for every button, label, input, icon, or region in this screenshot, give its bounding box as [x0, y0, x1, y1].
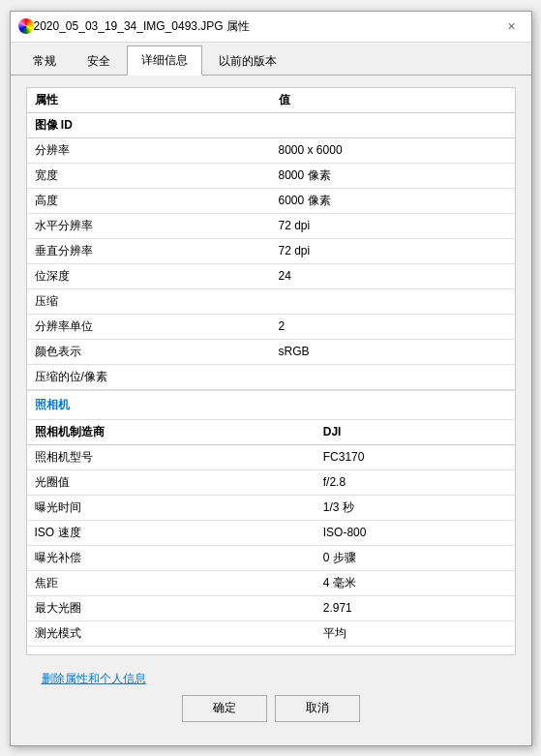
table-row: 压缩 [27, 288, 515, 314]
table-row: 图像 ID [27, 112, 515, 137]
value-cell: 4 毫米 [316, 570, 515, 595]
property-cell: 照相机型号 [27, 444, 316, 469]
value-cell: DJI [316, 420, 515, 445]
table-row: 高度6000 像素 [27, 188, 515, 213]
value-cell: 平均 [316, 620, 515, 646]
footer: 删除属性和个人信息 确定 取消 [26, 655, 516, 734]
value-cell [271, 288, 515, 314]
property-cell: 图像 ID [27, 112, 271, 137]
properties-table: 属性 值 图像 ID分辨率8000 x 6000宽度8000 像素高度6000 … [27, 88, 515, 390]
property-cell: 焦距 [27, 570, 316, 595]
property-cell: 最大光圈 [27, 595, 316, 620]
value-cell: 8000 像素 [271, 163, 515, 188]
value-cell: f/2.8 [316, 469, 515, 495]
table-row: 曝光时间1/3 秒 [27, 495, 515, 520]
tab-previous[interactable]: 以前的版本 [204, 46, 291, 76]
property-cell: 垂直分辨率 [27, 238, 271, 263]
property-cell: 曝光时间 [27, 495, 316, 520]
property-cell: 高度 [27, 188, 271, 213]
delete-link[interactable]: 删除属性和个人信息 [42, 671, 500, 687]
table-row: 照相机制造商DJI [27, 420, 515, 445]
property-cell: 宽度 [27, 163, 271, 188]
table-row: 颜色表示sRGB [27, 339, 515, 364]
tab-security[interactable]: 安全 [73, 46, 125, 76]
ok-button[interactable]: 确定 [182, 695, 267, 722]
property-cell: 分辨率 [27, 137, 271, 163]
value-cell: 2 [271, 314, 515, 339]
table-row: 测光模式平均 [27, 620, 515, 646]
value-cell: sRGB [271, 339, 515, 364]
properties-window: 2020_05_03_19_34_IMG_0493.JPG 属性 × 常规 安全… [10, 11, 532, 746]
col-header-value: 值 [271, 88, 515, 113]
table-row: 分辨率8000 x 6000 [27, 137, 515, 163]
col-header-property: 属性 [27, 88, 271, 113]
value-cell: 24 [271, 263, 515, 288]
table-row: 水平分辨率72 dpi [27, 213, 515, 238]
property-cell: 位深度 [27, 263, 271, 288]
title-bar: 2020_05_03_19_34_IMG_0493.JPG 属性 × [11, 12, 531, 43]
value-cell: 0 步骤 [316, 545, 515, 570]
tabs-bar: 常规 安全 详细信息 以前的版本 [11, 43, 531, 76]
value-cell: 72 dpi [271, 238, 515, 263]
section-table: 照相机制造商DJI照相机型号FC3170光圈值f/2.8曝光时间1/3 秒ISO… [27, 420, 515, 647]
value-cell [271, 112, 515, 137]
value-cell: 2.971 [316, 595, 515, 620]
table-row: 位深度24 [27, 263, 515, 288]
property-cell: 光圈值 [27, 469, 316, 495]
tab-details[interactable]: 详细信息 [127, 45, 202, 76]
footer-buttons: 确定 取消 [42, 695, 500, 722]
main-tbody: 图像 ID分辨率8000 x 6000宽度8000 像素高度6000 像素水平分… [27, 112, 515, 389]
value-cell: ISO-800 [316, 520, 515, 545]
value-cell: 8000 x 6000 [271, 137, 515, 163]
property-cell: 水平分辨率 [27, 213, 271, 238]
property-cell: 压缩 [27, 288, 271, 314]
property-cell: 曝光补偿 [27, 545, 316, 570]
value-cell [271, 364, 515, 389]
value-cell: 1/3 秒 [316, 495, 515, 520]
properties-table-container: 属性 值 图像 ID分辨率8000 x 6000宽度8000 像素高度6000 … [26, 87, 516, 655]
table-row: 最大光圈2.971 [27, 595, 515, 620]
property-cell: 颜色表示 [27, 339, 271, 364]
section-tbody: 照相机制造商DJI照相机型号FC3170光圈值f/2.8曝光时间1/3 秒ISO… [27, 420, 515, 647]
value-cell: 6000 像素 [271, 188, 515, 213]
property-cell: ISO 速度 [27, 520, 316, 545]
window-icon [18, 18, 34, 34]
property-cell: 照相机制造商 [27, 420, 316, 445]
value-cell: FC3170 [316, 444, 515, 469]
table-row: 曝光补偿0 步骤 [27, 545, 515, 570]
properties-table-scroll[interactable]: 属性 值 图像 ID分辨率8000 x 6000宽度8000 像素高度6000 … [27, 88, 515, 654]
table-row: 宽度8000 像素 [27, 163, 515, 188]
close-button[interactable]: × [500, 15, 524, 38]
section-header-camera: 照相机 [27, 390, 515, 420]
value-cell: 72 dpi [271, 213, 515, 238]
table-row: ISO 速度ISO-800 [27, 520, 515, 545]
table-header-row: 属性 值 [27, 88, 515, 113]
property-cell: 分辨率单位 [27, 314, 271, 339]
table-row: 焦距4 毫米 [27, 570, 515, 595]
table-row: 垂直分辨率72 dpi [27, 238, 515, 263]
table-row: 压缩的位/像素 [27, 364, 515, 389]
cancel-button[interactable]: 取消 [275, 695, 360, 722]
tab-general[interactable]: 常规 [18, 46, 71, 76]
content-area: 属性 值 图像 ID分辨率8000 x 6000宽度8000 像素高度6000 … [11, 76, 531, 745]
table-row: 分辨率单位2 [27, 314, 515, 339]
table-row: 光圈值f/2.8 [27, 469, 515, 495]
title-bar-text: 2020_05_03_19_34_IMG_0493.JPG 属性 [34, 18, 500, 35]
property-cell: 压缩的位/像素 [27, 364, 271, 389]
property-cell: 测光模式 [27, 620, 316, 646]
table-row: 照相机型号FC3170 [27, 444, 515, 469]
